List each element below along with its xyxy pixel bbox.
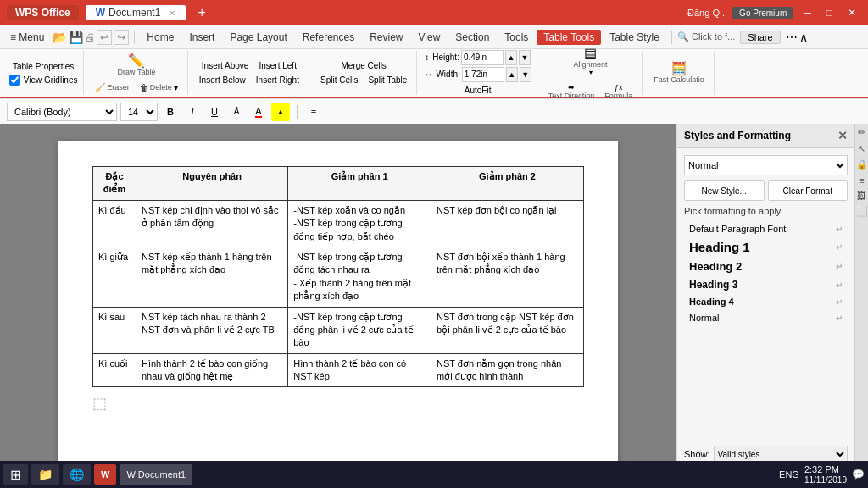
- clear-format-button[interactable]: Clear Format: [768, 180, 849, 201]
- taskbar-lang[interactable]: ENG: [779, 469, 799, 480]
- formula-icon: ƒx: [615, 83, 623, 92]
- insert-above-button[interactable]: Insert Above: [198, 59, 253, 72]
- close-button[interactable]: ✕: [843, 5, 861, 20]
- style-item-default[interactable]: Default Paragraph Font ↵: [684, 221, 848, 236]
- login-label[interactable]: Đăng Q...: [687, 8, 727, 18]
- alignment-dropdown-icon[interactable]: ▾: [589, 69, 593, 76]
- draw-table-button[interactable]: ✏️ Draw Table: [114, 52, 160, 79]
- cell-feature-1: Kì đầu: [93, 200, 136, 247]
- collapse-ribbon-icon[interactable]: ∧: [799, 30, 808, 44]
- minimize-button[interactable]: ─: [798, 5, 816, 20]
- new-style-button[interactable]: New Style...: [684, 180, 765, 201]
- insert-left-button[interactable]: Insert Left: [254, 59, 300, 72]
- text-direction-button[interactable]: ⬌ Text Direction: [544, 80, 599, 103]
- ribbon-group-size: ↕ Height: ▲ ▼ ↔ Width: ▲ ▼ AutoFit: [419, 51, 537, 95]
- split-cells-button[interactable]: Split Cells: [316, 74, 362, 86]
- delete-dropdown-icon[interactable]: ▾: [174, 83, 178, 92]
- insert-media-icon[interactable]: ⬚: [92, 394, 107, 413]
- redo-icon[interactable]: ↪: [114, 30, 129, 45]
- width-up-button[interactable]: ▲: [506, 67, 518, 82]
- share-button[interactable]: Share: [740, 30, 780, 44]
- taskbar-browser-icon[interactable]: 🌐: [63, 464, 91, 485]
- add-tab-button[interactable]: +: [192, 5, 210, 20]
- cell-nguyen-3: NST kép tách nhau ra thành 2 NST đơn và …: [136, 307, 287, 353]
- undo-icon[interactable]: ↩: [97, 30, 112, 45]
- style-item-heading2[interactable]: Heading 2 ↵: [684, 258, 848, 275]
- insert-right-button[interactable]: Insert Right: [252, 74, 303, 86]
- taskbar-right: ENG 2:32 PM 11/11/2019 💬: [779, 464, 865, 485]
- autofit-button[interactable]: AutoFit: [460, 84, 496, 97]
- menu-item-table-tools[interactable]: Table Tools: [537, 30, 601, 45]
- side-icon-align[interactable]: ≡: [859, 175, 864, 186]
- width-input[interactable]: [462, 67, 504, 82]
- current-style-select[interactable]: Normal: [684, 155, 848, 175]
- wps-office-button[interactable]: WPS Office: [7, 5, 79, 20]
- maximize-button[interactable]: □: [821, 5, 837, 20]
- menu-item-references[interactable]: References: [296, 30, 361, 45]
- menu-item-table-style[interactable]: Table Style: [603, 30, 666, 45]
- style-item-normal[interactable]: Normal ↵: [684, 310, 848, 325]
- style-item-heading1[interactable]: Heading 1 ↵: [684, 237, 848, 257]
- formula-button[interactable]: ƒx Formula: [600, 80, 637, 103]
- height-input[interactable]: [461, 50, 504, 65]
- save-icon[interactable]: 💾: [69, 30, 83, 44]
- menu-item-home[interactable]: Home: [140, 30, 181, 45]
- taskbar-notification[interactable]: 💬: [852, 469, 865, 480]
- menu-item-section[interactable]: Section: [448, 30, 496, 45]
- show-select[interactable]: Valid styles: [714, 446, 848, 463]
- insert-below-button[interactable]: Insert Below: [195, 74, 250, 86]
- fast-calculator-button[interactable]: 🧮 Fast Calculatio: [649, 59, 709, 86]
- search-button[interactable]: 🔍 Click to f...: [677, 31, 735, 42]
- close-doc-icon[interactable]: ✕: [169, 8, 175, 18]
- view-gridlines-checkbox[interactable]: [9, 75, 20, 86]
- merge-cells-button[interactable]: Merge Cells: [337, 59, 391, 72]
- italic-button[interactable]: I: [183, 103, 202, 121]
- menu-item-page-layout[interactable]: Page Layout: [223, 30, 293, 45]
- styles-panel: Styles and Formatting ✕ Normal New Style…: [676, 124, 854, 469]
- more-options-icon[interactable]: ⋯: [786, 30, 798, 44]
- height-up-button[interactable]: ▲: [505, 50, 517, 65]
- delete-button[interactable]: 🗑 Delete ▾: [136, 80, 182, 95]
- taskbar-file-icon[interactable]: 📁: [31, 464, 59, 485]
- print-icon[interactable]: 🖨: [85, 31, 95, 43]
- menu-item-tools[interactable]: Tools: [498, 30, 535, 45]
- underline-button[interactable]: U: [205, 103, 224, 121]
- taskbar-wps-btn[interactable]: W: [94, 464, 116, 485]
- panel-close-button[interactable]: ✕: [837, 129, 848, 142]
- menu-item-menu[interactable]: ≡ Menu: [3, 30, 51, 45]
- menu-item-view[interactable]: View: [412, 30, 448, 45]
- document-tab[interactable]: W Document1 ✕: [86, 5, 186, 20]
- side-icon-cursor[interactable]: ↖: [858, 143, 865, 154]
- heading2-label: Heading 2: [689, 260, 742, 273]
- height-down-button[interactable]: ▼: [519, 50, 531, 65]
- open-icon[interactable]: 📂: [53, 30, 67, 44]
- strikethrough-button[interactable]: Ā: [227, 103, 246, 121]
- font-color-button[interactable]: A: [249, 103, 268, 121]
- side-icon-image[interactable]: 🖼: [857, 191, 866, 201]
- ribbon-row-insert-above: Insert Above Insert Left: [198, 59, 301, 72]
- highlight-button[interactable]: ▲: [271, 103, 290, 121]
- style-item-heading3[interactable]: Heading 3 ↵: [684, 276, 848, 293]
- side-icon-lock[interactable]: 🔒: [856, 159, 868, 170]
- side-icons: ✏ ↖ 🔒 ≡ 🖼 ⬜: [854, 124, 868, 469]
- table-properties-button[interactable]: Table Properties: [8, 60, 78, 73]
- font-size-select[interactable]: 14: [120, 103, 158, 121]
- font-family-select[interactable]: Calibri (Body): [7, 103, 117, 121]
- menu-item-insert[interactable]: Insert: [182, 30, 221, 45]
- return-icon-h4: ↵: [836, 297, 843, 307]
- menu-item-review[interactable]: Review: [363, 30, 409, 45]
- start-button[interactable]: ⊞: [3, 464, 28, 485]
- side-icon-edit[interactable]: ✏: [858, 127, 865, 138]
- taskbar-time-value: 2:32 PM: [804, 464, 839, 474]
- eraser-button[interactable]: 🧹 Eraser: [91, 80, 134, 95]
- width-down-button[interactable]: ▼: [520, 67, 531, 82]
- ribbon-group-merge: Merge Cells Split Cells Split Table: [311, 51, 417, 95]
- alignment-button[interactable]: ▤ Alignment ▾: [570, 44, 612, 79]
- side-icon-box[interactable]: ⬜: [856, 206, 868, 217]
- go-premium-button[interactable]: Go Premium: [732, 7, 793, 19]
- split-table-button[interactable]: Split Table: [364, 74, 411, 86]
- taskbar-doc-btn[interactable]: W Document1: [120, 464, 192, 485]
- style-item-heading4[interactable]: Heading 4 ↵: [684, 294, 848, 309]
- align-left-button[interactable]: ≡: [304, 103, 323, 121]
- bold-button[interactable]: B: [161, 103, 180, 121]
